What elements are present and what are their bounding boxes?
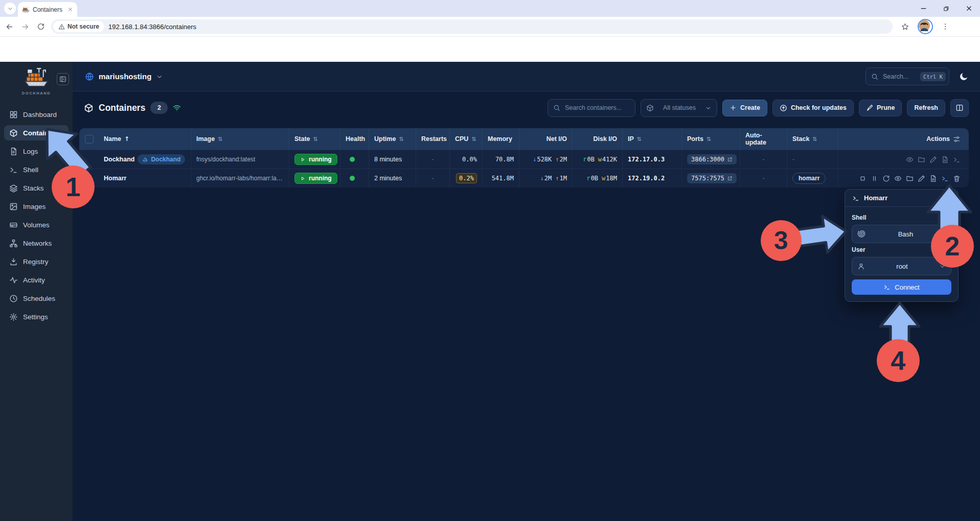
- shell-terminal-icon[interactable]: [953, 156, 961, 163]
- container-search[interactable]: [548, 99, 635, 117]
- workspace-name: mariushosting: [99, 72, 151, 81]
- global-search-input[interactable]: [882, 73, 917, 81]
- window-minimize-button[interactable]: [920, 5, 927, 12]
- column-header-ip[interactable]: IP⇅: [622, 128, 681, 150]
- sidebar-item-schedules[interactable]: Schedules: [4, 291, 69, 306]
- address-bar[interactable]: Not secure 192.168.1.84:3866/containers: [51, 19, 893, 34]
- not-secure-chip[interactable]: Not secure: [53, 21, 104, 32]
- grid-icon: [9, 110, 18, 119]
- drive-icon: [9, 221, 18, 229]
- download-arrow-icon: ↓: [540, 175, 544, 182]
- window-restore-button[interactable]: [943, 5, 950, 12]
- files-folder-icon[interactable]: [906, 175, 914, 182]
- column-header-auto-update[interactable]: Auto-update: [740, 128, 787, 150]
- sidebar-item-settings[interactable]: Settings: [4, 309, 69, 324]
- inspect-eye-icon[interactable]: [894, 175, 902, 182]
- pulse-icon: [9, 276, 18, 285]
- reload-button[interactable]: [37, 22, 45, 31]
- select-all-checkbox[interactable]: [85, 135, 94, 144]
- cpu-value: 0.0%: [462, 156, 477, 163]
- column-header-name[interactable]: Name↑: [99, 128, 191, 150]
- column-header-net-io[interactable]: Net I/O: [519, 128, 572, 150]
- sidebar: DOCKHAND Dashboard Containers Logs Shell…: [0, 62, 73, 521]
- status-filter-dropdown[interactable]: All statuses: [641, 99, 717, 117]
- browser-tab[interactable]: Containers: [18, 2, 77, 17]
- workspace-selector[interactable]: mariushosting: [85, 72, 163, 81]
- column-header-ports[interactable]: Ports⇅: [681, 128, 740, 150]
- sidebar-item-networks[interactable]: Networks: [4, 235, 69, 251]
- pause-icon[interactable]: [871, 175, 878, 182]
- refresh-button[interactable]: Refresh: [907, 100, 945, 116]
- column-header-uptime[interactable]: Uptime⇅: [369, 128, 416, 150]
- sidebar-item-dashboard[interactable]: Dashboard: [4, 107, 69, 122]
- bookmark-star-icon[interactable]: [901, 22, 909, 31]
- column-header-image[interactable]: Image⇅: [191, 128, 289, 150]
- url-text: 192.168.1.84:3866/containers: [108, 23, 196, 31]
- port-mapping-badge[interactable]: 7575:7575: [687, 173, 737, 183]
- dockhand-link-badge[interactable]: Dockhand: [138, 154, 185, 164]
- memory-value: 541.8M: [492, 175, 514, 182]
- create-button[interactable]: Create: [722, 100, 767, 116]
- sidebar-item-volumes[interactable]: Volumes: [4, 217, 69, 232]
- stack-badge[interactable]: homarr: [792, 173, 826, 184]
- connect-button[interactable]: Connect: [852, 279, 951, 295]
- restart-icon[interactable]: [882, 175, 890, 182]
- browser-profile-avatar[interactable]: [918, 19, 933, 34]
- browser-menu-icon[interactable]: [941, 22, 949, 31]
- column-header-actions[interactable]: Actions: [838, 128, 969, 150]
- edit-pencil-icon[interactable]: [918, 175, 925, 182]
- tab-close-icon[interactable]: [67, 7, 73, 12]
- shell-label: Shell: [852, 214, 951, 221]
- logo-text: DOCKHAND: [0, 91, 73, 96]
- inspect-eye-icon[interactable]: [906, 156, 914, 163]
- sliders-icon: [953, 135, 961, 143]
- column-header-restarts[interactable]: Restarts: [416, 128, 449, 150]
- column-header-memory[interactable]: Memory: [482, 128, 519, 150]
- back-button[interactable]: [5, 22, 14, 31]
- stop-icon[interactable]: [859, 175, 867, 182]
- sort-icon: ⇅: [706, 136, 711, 143]
- gear-icon: [9, 313, 18, 321]
- container-search-input[interactable]: [564, 104, 630, 112]
- popup-title: Homarr: [864, 194, 887, 202]
- dark-mode-toggle-moon-icon[interactable]: [959, 72, 969, 82]
- restarts-value: -: [431, 156, 434, 163]
- column-header-stack[interactable]: Stack⇅: [787, 128, 838, 150]
- table-row-homarr[interactable]: Homarr ghcr.io/homarr-labs/homarr:latest…: [79, 169, 969, 187]
- logs-file-icon[interactable]: [929, 175, 937, 182]
- sidebar-item-containers[interactable]: Containers: [4, 125, 69, 140]
- plus-icon: [730, 104, 737, 111]
- column-header-disk-io[interactable]: Disk I/O: [572, 128, 622, 150]
- browser-toolbar: Not secure 192.168.1.84:3866/containers: [0, 17, 980, 37]
- image-icon: [9, 202, 18, 211]
- tab-search-button[interactable]: [4, 3, 16, 14]
- check-for-updates-button[interactable]: Check for updates: [772, 100, 854, 116]
- files-folder-icon[interactable]: [918, 156, 925, 163]
- column-header-health[interactable]: Health: [340, 128, 369, 150]
- sidebar-item-activity[interactable]: Activity: [4, 272, 69, 288]
- window-close-button[interactable]: [965, 5, 973, 12]
- shell-terminal-icon[interactable]: [941, 175, 949, 182]
- port-mapping-badge[interactable]: 3866:3000: [687, 154, 737, 164]
- sidebar-collapse-button[interactable]: [57, 73, 69, 85]
- table-header-row: Name↑ Image⇅ State⇅ Health Uptime⇅ Resta…: [79, 128, 969, 150]
- logs-file-icon[interactable]: [941, 156, 949, 163]
- prune-button[interactable]: Prune: [859, 100, 902, 116]
- sidebar-nav: Dashboard Containers Logs Shell Stacks I…: [0, 104, 73, 324]
- sidebar-item-registry[interactable]: Registry: [4, 254, 69, 269]
- auto-update-value: -: [762, 156, 764, 163]
- annotation-circle-4: 4: [877, 339, 920, 382]
- delete-trash-icon[interactable]: [953, 175, 961, 182]
- sidebar-item-logs[interactable]: Logs: [4, 144, 69, 159]
- column-layout-button[interactable]: [950, 99, 969, 117]
- ip-value: 172.17.0.3: [628, 156, 665, 163]
- memory-value: 70.8M: [495, 156, 514, 163]
- browser-tab-strip: Containers: [0, 0, 980, 17]
- edit-pencil-icon[interactable]: [929, 156, 937, 163]
- table-row-dockhand[interactable]: Dockhand Dockhand fnsys/dockhand:latest …: [79, 150, 969, 169]
- global-search[interactable]: Ctrl K: [865, 67, 949, 85]
- column-header-state[interactable]: State⇅: [289, 128, 340, 150]
- forward-button[interactable]: [21, 22, 30, 31]
- column-header-cpu[interactable]: CPU⇅: [449, 128, 482, 150]
- external-link-icon: [727, 157, 733, 162]
